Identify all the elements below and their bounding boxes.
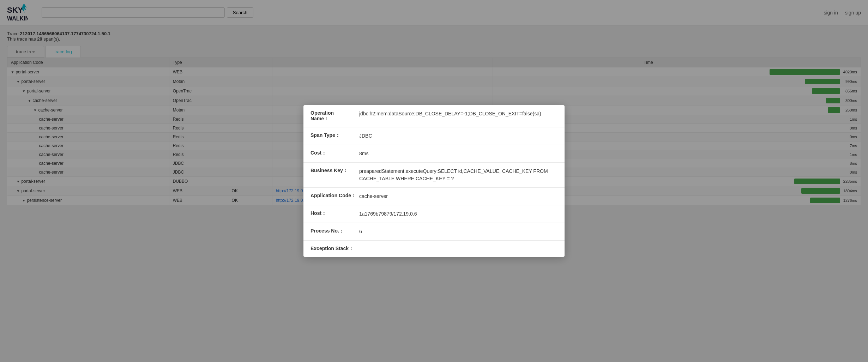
modal-value: JDBC — [359, 132, 557, 140]
modal: OperationName：jdbc:h2:mem:dataSource;DB_… — [303, 105, 565, 211]
modal-row: Cost：8ms — [303, 145, 565, 163]
modal-value: preaparedStatement.executeQuery:SELECT i… — [359, 168, 557, 182]
modal-value: 8ms — [359, 150, 557, 157]
modal-value: 1a1769b79879/172.19.0.6 — [359, 210, 557, 211]
modal-label: Host： — [311, 210, 356, 211]
modal-row: Span Type：JDBC — [303, 127, 565, 145]
modal-row: Application Code：cache-server — [303, 188, 565, 205]
modal-row: OperationName：jdbc:h2:mem:dataSource;DB_… — [303, 105, 565, 127]
modal-value: jdbc:h2:mem:dataSource;DB_CLOSE_DELAY=-1… — [359, 110, 557, 117]
modal-row: Business Key：preaparedStatement.executeQ… — [303, 163, 565, 188]
modal-label: Cost： — [311, 150, 356, 156]
modal-label: Span Type： — [311, 132, 356, 139]
modal-label: Application Code： — [311, 193, 356, 199]
modal-value: cache-server — [359, 193, 557, 200]
modal-overlay[interactable]: OperationName：jdbc:h2:mem:dataSource;DB_… — [0, 0, 868, 211]
modal-row: Host：1a1769b79879/172.19.0.6 — [303, 205, 565, 211]
modal-label: OperationName： — [311, 110, 356, 122]
modal-label: Business Key： — [311, 168, 356, 174]
